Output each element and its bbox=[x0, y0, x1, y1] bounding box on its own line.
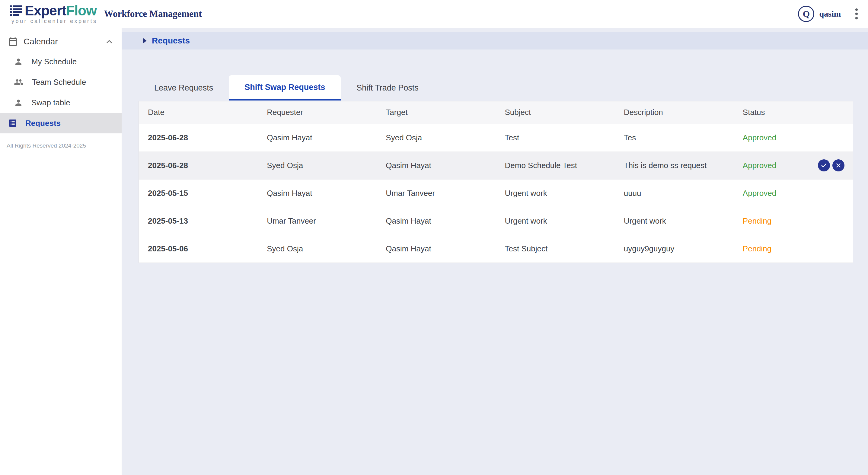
check-icon bbox=[820, 162, 828, 169]
table-row[interactable]: 2025-05-06 Syed Osja Qasim Hayat Test Su… bbox=[139, 235, 853, 262]
expertflow-bars-icon bbox=[10, 5, 22, 16]
list-alt-icon bbox=[8, 118, 18, 128]
cell-target: Qasim Hayat bbox=[377, 152, 496, 179]
cell-target: Qasim Hayat bbox=[377, 235, 496, 262]
cell-date: 2025-05-15 bbox=[139, 179, 258, 207]
cell-target: Syed Osja bbox=[377, 124, 496, 152]
cell-target: Umar Tanveer bbox=[377, 179, 496, 207]
status-badge: Approved bbox=[743, 189, 776, 198]
sidebar-item-requests[interactable]: Requests bbox=[0, 113, 122, 133]
column-header-target: Target bbox=[377, 101, 496, 124]
cell-description: Tes bbox=[615, 124, 734, 152]
cell-subject: Test Subject bbox=[496, 235, 615, 262]
username[interactable]: qasim bbox=[819, 9, 841, 19]
sidebar-section-label: Calendar bbox=[24, 37, 58, 46]
column-header-date: Date bbox=[139, 101, 258, 124]
sidebar-item-label: Swap table bbox=[31, 98, 70, 107]
sidebar-item-label: My Schedule bbox=[31, 57, 77, 66]
cell-subject: Urgent work bbox=[496, 207, 615, 235]
swap-requests-table: Date Requester Target Subject Descriptio… bbox=[138, 101, 853, 263]
overflow-menu-button[interactable] bbox=[855, 7, 858, 21]
kebab-vertical-icon bbox=[855, 7, 858, 21]
page-title: Requests bbox=[152, 36, 190, 45]
sidebar-item-label: Team Schedule bbox=[32, 77, 86, 87]
sidebar-item-my-schedule[interactable]: My Schedule bbox=[0, 51, 122, 72]
cell-description: This is demo ss request bbox=[615, 152, 734, 179]
person-icon bbox=[14, 98, 23, 107]
sidebar-item-team-schedule[interactable]: Team Schedule bbox=[0, 72, 122, 92]
sidebar: Calendar My Schedule Team Schedule Swap … bbox=[0, 28, 122, 475]
approve-swap-button[interactable] bbox=[818, 159, 830, 171]
cell-requester: Syed Osja bbox=[258, 152, 377, 179]
column-header-description: Description bbox=[615, 101, 734, 124]
cell-date: 2025-05-13 bbox=[139, 207, 258, 235]
user-avatar[interactable]: Q bbox=[798, 6, 814, 22]
table-row[interactable]: 2025-05-13 Umar Tanveer Qasim Hayat Urge… bbox=[139, 207, 853, 235]
column-header-requester: Requester bbox=[258, 101, 377, 124]
cell-description: Urgent work bbox=[615, 207, 734, 235]
cell-subject: Urgent work bbox=[496, 179, 615, 207]
row-actions bbox=[818, 159, 844, 171]
sidebar-section-calendar[interactable]: Calendar bbox=[0, 32, 122, 51]
status-badge: Pending bbox=[743, 244, 771, 253]
column-header-status: Status bbox=[734, 101, 853, 124]
status-badge: Approved bbox=[743, 133, 776, 142]
cell-subject: Demo Schedule Test bbox=[496, 152, 615, 179]
tab-bar: Leave Requests Shift Swap Requests Shift… bbox=[138, 75, 868, 100]
table-row[interactable]: 2025-05-15 Qasim Hayat Umar Tanveer Urge… bbox=[139, 179, 853, 207]
cell-date: 2025-06-28 bbox=[139, 152, 258, 179]
page-header-band: Requests bbox=[122, 32, 868, 50]
cell-date: 2025-06-28 bbox=[139, 124, 258, 152]
logo-tagline: your callcenter experts bbox=[10, 18, 97, 25]
topbar: ExpertFlow your callcenter experts Workf… bbox=[0, 0, 868, 28]
cell-subject: Test bbox=[496, 124, 615, 152]
cell-description: uyguy9guyguy bbox=[615, 235, 734, 262]
sidebar-item-swap-table[interactable]: Swap table bbox=[0, 92, 122, 113]
calendar-icon bbox=[8, 36, 18, 47]
copyright-text: All Rights Reserved 2024-2025 bbox=[0, 142, 122, 149]
chevron-up-icon[interactable] bbox=[105, 37, 114, 46]
cell-date: 2025-05-06 bbox=[139, 235, 258, 262]
column-header-subject: Subject bbox=[496, 101, 615, 124]
cell-requester: Syed Osja bbox=[258, 235, 377, 262]
cell-description: uuuu bbox=[615, 179, 734, 207]
sidebar-item-label: Requests bbox=[25, 119, 61, 128]
table-header-row: Date Requester Target Subject Descriptio… bbox=[139, 101, 853, 124]
cell-requester: Qasim Hayat bbox=[258, 179, 377, 207]
person-icon bbox=[14, 57, 23, 66]
cell-requester: Umar Tanveer bbox=[258, 207, 377, 235]
close-icon bbox=[835, 162, 842, 169]
table-row[interactable]: 2025-06-28 Qasim Hayat Syed Osja Test Te… bbox=[139, 124, 853, 152]
tab-shift-swap-requests[interactable]: Shift Swap Requests bbox=[229, 75, 341, 100]
arrow-right-icon[interactable] bbox=[140, 36, 149, 45]
logo-wordmark: ExpertFlow bbox=[25, 4, 97, 18]
status-badge: Approved bbox=[743, 161, 776, 170]
tab-shift-trade-posts[interactable]: Shift Trade Posts bbox=[341, 75, 434, 100]
app-title: Workforce Management bbox=[104, 8, 202, 19]
tab-leave-requests[interactable]: Leave Requests bbox=[138, 75, 229, 100]
table-row[interactable]: 2025-06-28 Syed Osja Qasim Hayat Demo Sc… bbox=[139, 152, 853, 179]
logo: ExpertFlow your callcenter experts bbox=[10, 4, 97, 25]
people-icon bbox=[14, 77, 24, 87]
cell-target: Qasim Hayat bbox=[377, 207, 496, 235]
cell-requester: Qasim Hayat bbox=[258, 124, 377, 152]
reject-swap-button[interactable] bbox=[832, 159, 844, 171]
status-badge: Pending bbox=[743, 216, 771, 225]
main-content: Requests Leave Requests Shift Swap Reque… bbox=[122, 28, 868, 475]
